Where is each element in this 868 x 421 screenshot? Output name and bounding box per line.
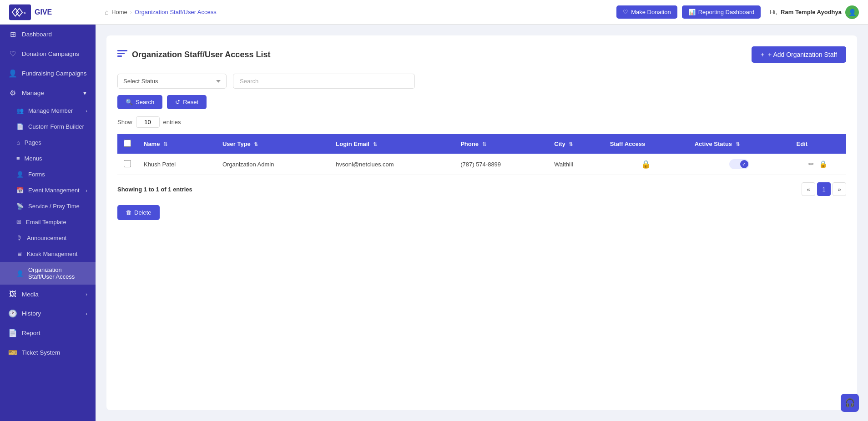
sort-city-icon[interactable]: ⇅ [569, 141, 573, 147]
td-user-type: Organization Admin [216, 154, 329, 175]
sidebar-item-event-management[interactable]: 📅 Event Management › [0, 182, 96, 198]
sidebar-item-donation-campaigns[interactable]: ♡ Donation Campaigns [0, 44, 96, 64]
home-icon: ⌂ [105, 8, 109, 16]
reporting-icon: 📊 [688, 9, 696, 15]
logo-area: « GIVE [9, 4, 105, 20]
reporting-label: Reporting Dashboard [698, 9, 755, 15]
sidebar-label-announcement: Announcement [27, 235, 66, 241]
sort-name-icon[interactable]: ⇅ [163, 141, 167, 147]
prev-page-button[interactable]: « [802, 182, 815, 196]
sidebar-item-service-pray-time[interactable]: 📡 Service / Pray Time [0, 198, 96, 214]
table-head: Name ⇅ User Type ⇅ Login Email ⇅ [117, 134, 846, 154]
sidebar-item-manage[interactable]: ⚙ Manage ▼ [0, 83, 96, 103]
td-active-status: ✓ [688, 154, 790, 175]
sidebar-item-media[interactable]: 🖼 Media › [0, 285, 96, 304]
th-staff-access: Staff Access [604, 134, 688, 154]
status-select[interactable]: Select Status Active Inactive [117, 74, 227, 89]
email-template-icon: ✉ [16, 219, 21, 226]
td-login-email: hvsoni@netclues.com [329, 154, 454, 175]
help-button[interactable]: 🎧 [841, 394, 859, 412]
next-page-button[interactable]: » [833, 182, 846, 196]
action-icons: ✏ 🔒 [797, 160, 840, 168]
action-buttons-row: 🔍 Search ↺ Reset [117, 95, 846, 109]
search-input[interactable] [233, 74, 415, 89]
sort-status-icon[interactable]: ⇅ [736, 141, 740, 147]
show-label-before: Show [117, 119, 132, 125]
manage-member-icon: 👥 [16, 107, 24, 114]
page-card: Organization Staff/User Access List + + … [106, 35, 857, 410]
sidebar-label-history: History [22, 310, 41, 317]
sidebar-item-dashboard[interactable]: ⊞ Dashboard [0, 25, 96, 44]
toggle-check-icon: ✓ [740, 160, 748, 168]
td-staff-access: 🔒 [604, 154, 688, 175]
ticket-icon: 🎫 [8, 348, 17, 357]
sidebar-item-menus[interactable]: ≡ Menus [0, 150, 96, 166]
main-content: Organization Staff/User Access List + + … [96, 25, 868, 421]
announcement-icon: 🎙 [16, 235, 22, 241]
lock-action-icon[interactable]: 🔒 [819, 160, 828, 168]
active-status-toggle[interactable]: ✓ [729, 159, 749, 169]
data-table: Name ⇅ User Type ⇅ Login Email ⇅ [117, 134, 846, 175]
th-user-type: User Type ⇅ [216, 134, 329, 154]
sidebar-label-dashboard: Dashboard [22, 31, 52, 38]
sort-user-type-icon[interactable]: ⇅ [254, 141, 258, 147]
delete-button[interactable]: 🗑 Delete [117, 205, 160, 220]
custom-form-icon: 📄 [16, 123, 24, 130]
reporting-dashboard-button[interactable]: 📊 Reporting Dashboard [682, 5, 761, 19]
showing-total: 1 [168, 186, 171, 193]
table-footer: Showing 1 to 1 of 1 entries « 1 » [117, 182, 846, 196]
entries-input[interactable] [136, 116, 160, 128]
th-phone: Phone ⇅ [454, 134, 548, 154]
sidebar-label-forms: Forms [28, 171, 45, 178]
sort-email-icon[interactable]: ⇅ [373, 141, 377, 147]
sidebar-label-event-management: Event Management [28, 187, 80, 194]
sidebar-item-pages[interactable]: ⌂ Pages [0, 135, 96, 150]
sidebar-label-fundraising-campaigns: Fundraising Campaigns [22, 70, 87, 77]
breadcrumb-home[interactable]: Home [111, 9, 127, 15]
breadcrumb: ⌂ Home › Organization Staff/User Access [105, 8, 616, 16]
sort-phone-icon[interactable]: ⇅ [482, 141, 486, 147]
pages-icon: ⌂ [16, 139, 20, 146]
sidebar-item-email-template[interactable]: ✉ Email Template [0, 214, 96, 230]
sidebar-item-kiosk-management[interactable]: 🖥 Kiosk Management [0, 246, 96, 262]
sidebar-item-org-staff-user-access[interactable]: 👤 Organization Staff/User Access [0, 262, 96, 285]
report-icon: 📄 [8, 329, 17, 337]
user-avatar[interactable]: 👤 [845, 5, 859, 19]
make-donation-button[interactable]: ♡ Make Donation [616, 5, 677, 19]
user-name: Ram Temple Ayodhya [781, 9, 842, 15]
make-donation-icon: ♡ [623, 9, 628, 15]
event-management-icon: 📅 [16, 187, 24, 194]
sidebar-item-custom-form-builder[interactable]: 📄 Custom Form Builder [0, 119, 96, 135]
sidebar-item-report[interactable]: 📄 Report [0, 323, 96, 343]
org-staff-icon: 👤 [16, 270, 24, 277]
reset-button[interactable]: ↺ Reset [167, 95, 207, 109]
top-header: « GIVE ⌂ Home › Organization Staff/User … [0, 0, 868, 25]
manage-arrow-icon: ▼ [82, 90, 87, 96]
add-icon: + [761, 51, 764, 58]
search-button[interactable]: 🔍 Search [117, 95, 162, 109]
add-organization-staff-button[interactable]: + + Add Organization Staff [752, 46, 846, 63]
sidebar-label-pages: Pages [25, 139, 41, 146]
svg-rect-2 [117, 50, 127, 51]
user-info: Hi, Ram Temple Ayodhya 👤 [770, 5, 859, 19]
fundraising-icon: 👤 [8, 69, 17, 78]
sidebar-item-history[interactable]: 🕐 History › [0, 304, 96, 323]
sidebar-item-ticket-system[interactable]: 🎫 Ticket System [0, 343, 96, 362]
sidebar-item-announcement[interactable]: 🎙 Announcement [0, 230, 96, 246]
app-logo: « [9, 4, 31, 20]
row-checkbox[interactable] [124, 160, 131, 167]
page-title-text: Organization Staff/User Access List [132, 50, 270, 60]
svg-rect-4 [117, 55, 122, 57]
select-all-checkbox[interactable] [124, 140, 131, 147]
staff-access-lock-icon[interactable]: 🔒 [641, 160, 651, 169]
header-actions: ♡ Make Donation 📊 Reporting Dashboard Hi… [616, 5, 859, 19]
sidebar-label-org-staff-user-access: Organization Staff/User Access [28, 266, 87, 280]
event-mgmt-arrow-icon: › [86, 188, 87, 193]
sidebar-item-fundraising-campaigns[interactable]: 👤 Fundraising Campaigns [0, 64, 96, 83]
sidebar-item-manage-member[interactable]: 👥 Manage Member › [0, 103, 96, 119]
sidebar-item-forms[interactable]: 👤 Forms [0, 166, 96, 182]
edit-icon[interactable]: ✏ [808, 160, 814, 168]
sidebar-label-media: Media [22, 291, 39, 298]
sidebar-label-email-template: Email Template [26, 219, 66, 226]
page-1-button[interactable]: 1 [817, 182, 831, 196]
